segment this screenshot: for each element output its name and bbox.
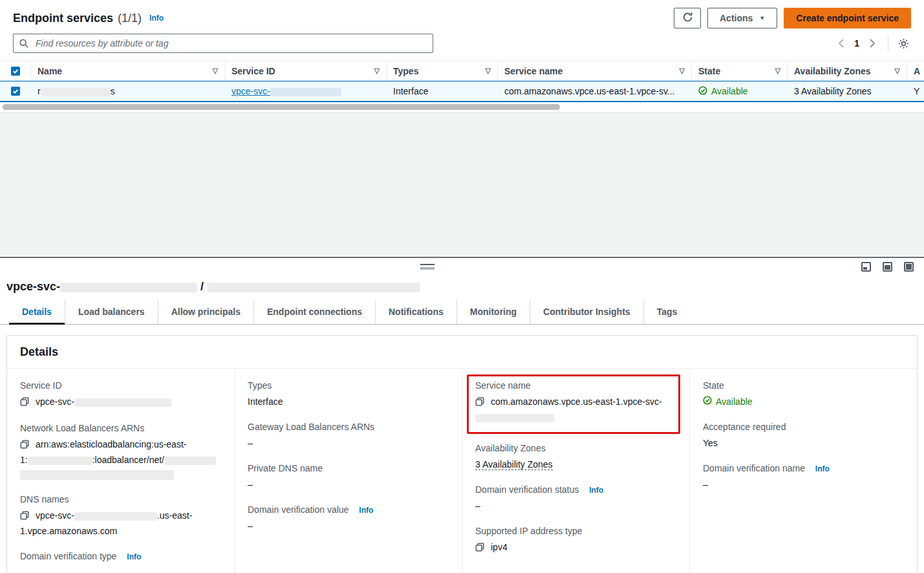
- sort-icon[interactable]: ▽: [674, 67, 685, 75]
- copy-icon[interactable]: [20, 438, 29, 453]
- field-value: –: [248, 436, 449, 450]
- tab-load-balancers[interactable]: Load balancers: [65, 300, 158, 324]
- copy-icon[interactable]: [475, 541, 484, 556]
- tab-monitoring[interactable]: Monitoring: [457, 300, 530, 324]
- panel-size-small-icon[interactable]: [861, 262, 871, 272]
- label-text: Domain verification type: [20, 551, 116, 561]
- field-acceptance-required: Acceptance required Yes: [703, 422, 904, 450]
- value-text: vpce-svc-: [36, 510, 74, 521]
- field-types: Types Interface: [248, 380, 449, 409]
- row-checkbox[interactable]: [0, 87, 31, 96]
- field-availability-zones: Availability Zones 3 Availability Zones: [475, 443, 676, 471]
- list-toolbar: 1: [0, 30, 924, 53]
- create-button-label: Create endpoint service: [796, 13, 899, 23]
- create-endpoint-service-button[interactable]: Create endpoint service: [784, 8, 911, 28]
- field-value: –: [248, 519, 449, 533]
- sort-icon[interactable]: ▽: [480, 67, 491, 75]
- copy-icon[interactable]: [20, 510, 29, 524]
- field-domain-verification-status: Domain verification status Info –: [475, 484, 676, 513]
- copy-icon[interactable]: [20, 396, 29, 410]
- field-label: Service name: [475, 380, 672, 391]
- availability-zones-popover-link[interactable]: 3 Availability Zones: [794, 86, 872, 96]
- state-label: Available: [716, 395, 753, 409]
- field-state: State Available: [703, 380, 904, 409]
- table-row[interactable]: rs vpce-svc- Interface com.amazonaws.vpc…: [0, 81, 924, 102]
- field-label: Availability Zones: [475, 443, 676, 453]
- sort-icon[interactable]: ▽: [208, 67, 218, 75]
- field-value: Yes: [703, 436, 904, 450]
- redacted-text: [164, 457, 216, 465]
- field-label: Domain verification value Info: [248, 504, 449, 515]
- status-badge: Available: [703, 395, 753, 409]
- actions-button[interactable]: Actions ▼: [707, 8, 777, 28]
- info-link[interactable]: Info: [589, 486, 603, 495]
- label-text: Domain verification name: [703, 463, 805, 473]
- info-link[interactable]: Info: [815, 464, 830, 473]
- field-value: –: [248, 477, 449, 492]
- panel-size-medium-icon[interactable]: [883, 262, 892, 272]
- availability-zones-popover-link[interactable]: 3 Availability Zones: [475, 459, 553, 470]
- field-value: vpce-svc-.us-east- 1.vpce.amazonaws.com: [20, 508, 221, 538]
- copy-icon[interactable]: [475, 396, 484, 410]
- column-header-availability-zones[interactable]: Availability Zones ▽: [788, 61, 907, 80]
- field-label: Acceptance required: [703, 422, 904, 432]
- search-box: [13, 34, 433, 53]
- field-gateway-load-balancers-arns: Gateway Load Balancers ARNs –: [248, 422, 449, 450]
- page-title: Endpoint services: [13, 12, 113, 25]
- cell-acceptance-cutoff: Y: [907, 86, 924, 96]
- info-link[interactable]: Info: [149, 14, 164, 23]
- redacted-text: [41, 88, 111, 96]
- service-id-link[interactable]: vpce-svc-: [231, 86, 341, 96]
- next-page-icon[interactable]: [865, 38, 880, 49]
- details-card-title: Details: [20, 345, 904, 359]
- field-label: Types: [248, 380, 449, 391]
- column-header-state[interactable]: State ▽: [692, 61, 788, 80]
- horizontal-scrollbar[interactable]: [0, 102, 924, 112]
- column-header-service-id[interactable]: Service ID ▽: [225, 61, 387, 80]
- sort-icon[interactable]: ▽: [890, 67, 900, 75]
- field-supported-ip-address-type: Supported IP address type ipv4: [475, 526, 676, 556]
- endpoint-services-list-panel: Endpoint services (1/1) Info Actions ▼ C…: [0, 0, 924, 257]
- refresh-button[interactable]: [674, 8, 701, 28]
- pagination: 1: [833, 36, 911, 51]
- tab-endpoint-connections[interactable]: Endpoint connections: [253, 300, 375, 324]
- tab-notifications[interactable]: Notifications: [375, 300, 457, 324]
- details-column-2: Types Interface Gateway Load Balancers A…: [234, 370, 462, 573]
- scrollbar-thumb[interactable]: [3, 104, 560, 110]
- check-circle-icon: [698, 86, 707, 97]
- sort-icon[interactable]: ▽: [369, 67, 380, 75]
- details-column-4: State Available Acceptance required Yes: [689, 370, 917, 573]
- value-text: :loadbalancer/net/: [92, 455, 164, 465]
- tab-allow-principals[interactable]: Allow principals: [158, 300, 253, 324]
- resize-handle-line: [420, 264, 435, 265]
- redacted-text: [74, 512, 157, 521]
- resource-count: (1/1): [118, 12, 142, 25]
- resize-handle[interactable]: [420, 264, 435, 270]
- info-link[interactable]: Info: [127, 552, 141, 561]
- column-label: A: [914, 66, 920, 76]
- sort-icon[interactable]: ▽: [770, 67, 780, 75]
- tab-contributor-insights[interactable]: Contributor Insights: [530, 300, 643, 324]
- select-all-checkbox[interactable]: [0, 61, 31, 80]
- tab-tags[interactable]: Tags: [643, 300, 691, 324]
- column-header-name[interactable]: Name ▽: [31, 61, 225, 80]
- previous-page-icon[interactable]: [833, 38, 849, 49]
- info-link[interactable]: Info: [359, 506, 373, 515]
- column-header-types[interactable]: Types ▽: [387, 61, 498, 80]
- column-header-acceptance-cutoff[interactable]: A: [907, 61, 924, 80]
- panel-size-full-icon[interactable]: [904, 262, 914, 272]
- cell-state: Available: [692, 86, 788, 97]
- split-panel-divider: [0, 257, 924, 275]
- field-value: –: [703, 477, 904, 492]
- value-text: ipv4: [491, 542, 508, 552]
- field-dns-names: DNS names vpce-svc-.us-east- 1.vpce.amaz…: [20, 494, 221, 538]
- icon-fill: [885, 265, 890, 270]
- label-text: Domain verification value: [248, 504, 349, 515]
- tab-details[interactable]: Details: [9, 300, 65, 324]
- column-header-service-name[interactable]: Service name ▽: [498, 61, 692, 80]
- header-actions: Actions ▼ Create endpoint service: [674, 8, 911, 28]
- search-input[interactable]: [13, 34, 433, 53]
- preferences-gear-icon[interactable]: [896, 36, 911, 51]
- current-page[interactable]: 1: [854, 38, 859, 49]
- detail-tabs: Details Load balancers Allow principals …: [0, 300, 924, 325]
